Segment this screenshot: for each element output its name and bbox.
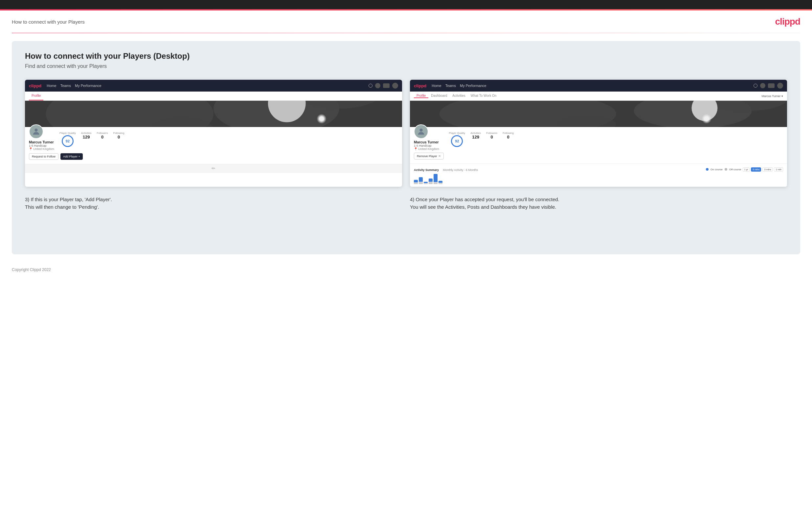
search-icon-2 [754,84,757,88]
bar-on-3 [424,182,428,183]
profile-banner-1 [25,101,402,127]
following-value-2: 0 [503,134,514,139]
nav-teams-1: Teams [60,84,71,88]
profile-info-2: Marcus Turner 1-5 Handicap 📍 United King… [410,127,787,163]
bar-group-6 [439,181,443,184]
remove-player-button[interactable]: Remove Player ✕ [414,153,444,160]
app-nav-2: clippd Home Teams My Performance [410,80,787,92]
activities-value-1: 129 [81,134,92,139]
activity-section-2: Activity Summary Monthly Activity · 6 Mo… [410,163,787,187]
profile-info-1: Marcus Turner 1-5 Handicap 📍 United King… [25,127,402,164]
profile-left-1: Marcus Turner 1-5 Handicap 📍 United King… [29,131,54,151]
subnav-dashboard-2[interactable]: Dashboard [428,94,450,98]
activity-legend: On course Off course [706,168,742,171]
bar-on-6 [439,181,443,183]
subnav-profile-2[interactable]: Profile [414,94,428,98]
bar-on-2 [419,177,423,182]
bar-off-5 [434,182,438,184]
breadcrumb: How to connect with your Players [12,19,85,24]
app-nav-1: clippd Home Teams My Performance [25,80,402,92]
quality-stat-2: Player Quality 92 [449,131,465,147]
screenshot-2: clippd Home Teams My Performance Profile [410,80,787,187]
following-label-1: Following [113,131,124,134]
profile-name-2: Marcus Turner [414,140,444,144]
profile-handicap-1: 1-5 Handicap [29,144,54,147]
svg-point-13 [419,129,422,131]
profile-stats-row-2: Marcus Turner 1-5 Handicap 📍 United King… [414,131,783,160]
activities-stat-1: Activities 129 [81,131,92,147]
profile-location-2: 📍 United Kingdom [414,147,444,151]
profile-left-2: Marcus Turner 1-5 Handicap 📍 United King… [414,131,444,160]
activities-label-2: Activities [470,131,481,134]
nav-home-2: Home [432,84,441,88]
profile-handicap-2: 1-5 Handicap [414,144,444,147]
subnav-user-2[interactable]: Marcus Turner ▾ [761,95,783,98]
description-1: 3) If this is your Player tap, 'Add Play… [25,196,402,211]
quality-stat-1: Player Quality 92 [59,131,76,147]
user-icon-1 [375,83,380,88]
off-course-label: Off course [729,168,742,171]
app-subnav-2: Profile Dashboard Activities What To Wor… [410,92,787,101]
chart-bars [414,174,443,184]
activity-chart [414,174,783,184]
bar-off-2 [419,182,423,184]
activity-subtitle: Monthly Activity · 6 Months [443,168,478,172]
subnav-what-to-work-on-2[interactable]: What To Work On [468,94,499,98]
quality-label-2: Player Quality [449,131,465,134]
on-course-dot [706,168,709,171]
nav-teams-2: Teams [445,84,456,88]
description-2: 4) Once your Player has accepted your re… [410,196,787,211]
nav-items-2: Home Teams My Performance [432,84,754,88]
profile-stats-2: Player Quality 92 Activities 129 Followe… [449,131,783,147]
nav-icons-1 [368,83,398,89]
activities-stat-2: Activities 129 [470,131,481,147]
profile-banner-2 [410,101,787,127]
app-subnav-1: Profile [25,92,402,101]
bar-off-6 [439,183,443,184]
profile-icon-1 [392,83,398,89]
activity-controls: On course Off course 1 yr 6 mths 3 mths … [706,167,783,172]
following-stat-2: Following 0 [503,131,514,147]
bar-group-4 [429,178,433,184]
activities-value-2: 129 [470,134,481,139]
subnav-profile-1[interactable]: Profile [29,92,43,100]
time-btn-1mth[interactable]: 1 mth [774,167,783,172]
banner-img-2 [410,101,787,127]
bar-group-3 [424,182,428,184]
time-btn-3mths[interactable]: 3 mths [762,167,773,172]
request-follow-button[interactable]: Request to Follow [29,153,58,160]
followers-label-1: Followers [97,131,108,134]
descriptions-row: 3) If this is your Player tap, 'Add Play… [25,196,787,211]
time-btn-6mths[interactable]: 6 mths [751,167,761,172]
off-course-dot [725,168,727,171]
nav-performance-1: My Performance [75,84,101,88]
activity-title: Activity Summary [414,168,439,172]
subnav-tabs-2: Profile Dashboard Activities What To Wor… [414,94,499,98]
bar-on-4 [429,178,433,182]
quality-label-1: Player Quality [59,131,76,134]
add-player-button[interactable]: Add Player + [60,153,83,160]
edit-icon: ✏ [211,166,215,171]
brand-logo: clippd [775,16,800,27]
search-icon-1 [368,84,372,88]
following-label-2: Following [503,131,514,134]
time-btn-1yr[interactable]: 1 yr [743,167,750,172]
nav-icons-2 [754,83,783,89]
profile-stats-row-1: Marcus Turner 1-5 Handicap 📍 United King… [29,131,398,151]
scroll-indicator-1: ✏ [25,164,402,173]
bar-off-4 [429,182,433,184]
following-value-1: 0 [113,134,124,139]
bar-group-5 [434,174,438,184]
nav-home-1: Home [47,84,56,88]
followers-label-2: Followers [486,131,497,134]
followers-value-2: 0 [486,134,497,139]
header-divider [12,33,800,33]
top-bar [0,0,812,9]
user-icon-2 [760,83,765,88]
bar-on-5 [434,174,438,182]
activity-header-2: Activity Summary Monthly Activity · 6 Mo… [414,166,783,172]
profile-name-1: Marcus Turner [29,140,54,144]
avatar-2 [414,124,428,139]
copyright: Copyright Clippd 2022 [12,268,51,272]
subnav-activities-2[interactable]: Activities [450,94,468,98]
